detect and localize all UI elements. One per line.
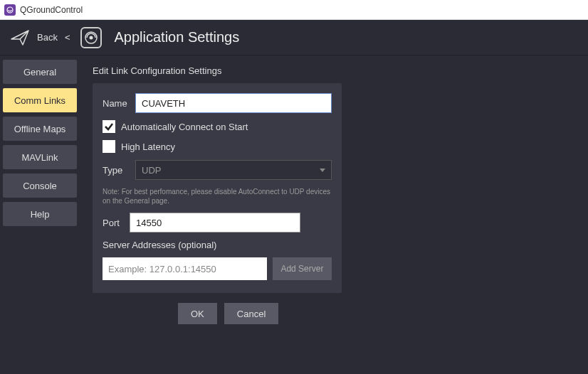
window-titlebar: QGroundControl [0,0,588,20]
window-title: QGroundControl [20,5,83,15]
type-value: UDP [142,165,161,176]
auto-connect-label: Automatically Connect on Start [121,122,248,132]
server-address-input[interactable] [103,257,267,280]
name-label: Name [103,98,130,109]
sidebar: General Comm Links Offline Maps MAVLink … [0,55,80,374]
back-button[interactable]: Back [37,32,58,43]
high-latency-checkbox[interactable] [103,140,115,153]
svg-point-0 [7,7,13,13]
type-label: Type [103,165,130,176]
main-panel: Edit Link Configuration Settings Name Au… [80,55,588,374]
auto-connect-checkbox[interactable] [103,120,115,133]
type-select[interactable]: UDP [135,160,332,180]
section-title: Edit Link Configuration Settings [93,65,578,76]
edit-link-panel: Name Automatically Connect on Start High… [93,83,342,293]
chevron-down-icon [320,169,325,172]
high-latency-label: High Latency [121,141,175,152]
back-chevron: < [65,32,70,43]
cancel-button[interactable]: Cancel [224,303,278,324]
sidebar-item-comm-links[interactable]: Comm Links [3,88,77,112]
sidebar-item-console[interactable]: Console [3,173,77,198]
settings-gear-icon[interactable] [80,27,102,48]
sidebar-item-offline-maps[interactable]: Offline Maps [3,117,77,141]
page-title: Application Settings [115,29,240,46]
svg-point-2 [89,36,93,39]
app-icon [4,4,16,16]
ok-button[interactable]: OK [178,303,217,324]
port-label: Port [103,218,124,228]
port-input[interactable] [130,213,300,233]
paper-plane-icon[interactable] [10,28,30,48]
sidebar-item-mavlink[interactable]: MAVLink [3,145,77,169]
sidebar-item-general[interactable]: General [3,60,77,84]
sidebar-item-help[interactable]: Help [3,202,77,226]
add-server-button[interactable]: Add Server [273,257,332,280]
type-note: Note: For best perfomance, please disabl… [103,187,332,205]
server-addresses-label: Server Addresses (optional) [103,240,332,250]
name-input[interactable] [135,93,332,113]
header: Back < Application Settings [0,20,588,55]
